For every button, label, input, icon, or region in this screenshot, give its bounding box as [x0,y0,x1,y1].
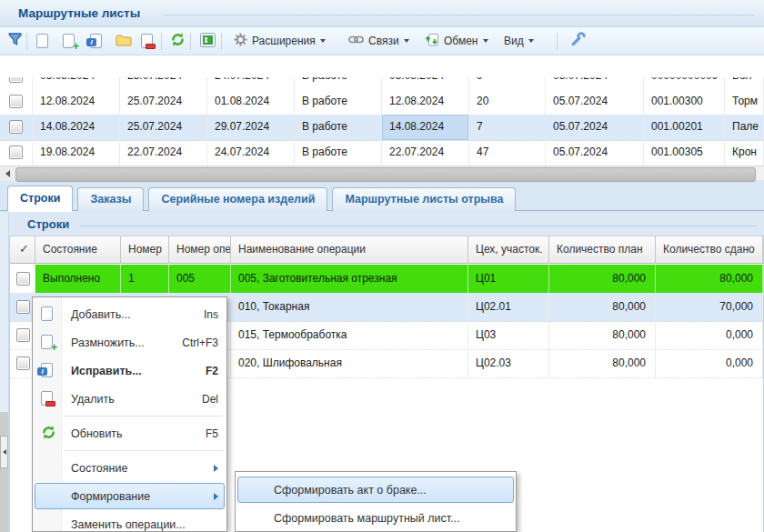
cell: 80,000 [656,265,763,293]
table-row[interactable]: 19.08.2024 22.07.2024 24.07.2024 В работ… [0,140,764,166]
open-button[interactable] [111,30,136,52]
links-menu-button[interactable]: Связи [344,30,414,52]
select-all-column-header[interactable]: ✓ [10,236,35,264]
shortcut-label: Del [202,393,218,406]
cell: 7 [469,115,546,140]
routes-horizontal-scrollbar[interactable] [0,166,764,180]
menu-item-edit[interactable]: I Исправить... F2 [33,356,226,385]
column-header[interactable]: Номер [121,236,169,264]
shortcut-label: Ctrl+F3 [182,336,218,349]
shortcut-label: F2 [206,365,218,377]
submenu-item-defect-act[interactable]: Сформировать акт о браке... [236,476,516,504]
filter-button[interactable] [3,30,28,52]
tab-route-sheets-tear[interactable]: Маршрутные листы отрыва [332,187,516,211]
row-checkbox[interactable] [16,300,30,314]
tab-serial-numbers[interactable]: Серийные номера изделий [148,187,327,211]
cell: 80,000 [549,293,656,321]
edit-document-icon: I [41,363,53,377]
caret-down-icon [320,39,326,43]
toolbar-separator [557,33,558,50]
table-row[interactable]: 12.08.2024 25.07.2024 01.08.2024 В работ… [0,89,764,115]
left-splitter[interactable] [0,212,9,532]
row-checkbox[interactable] [16,328,30,342]
cell: 29.07.2024 [207,115,295,140]
column-header[interactable]: Количество план [549,236,656,264]
splitter-collapse-handle[interactable] [0,436,8,468]
column-header[interactable]: Состояние [35,236,121,264]
caret-down-icon [528,39,534,43]
toolbar-separator [26,33,27,50]
cell: 05.07.2024 [546,115,644,140]
delete-button[interactable] [136,30,157,52]
menu-item-refresh[interactable]: Обновить F5 [33,419,226,447]
row-checkbox[interactable] [16,356,30,370]
refresh-icon [170,32,186,50]
detail-tabstrip: Строки Заказы Серийные номера изделий Ма… [0,181,764,211]
context-submenu: Сформировать акт о браке... Сформировать… [235,471,517,532]
menu-item-add[interactable]: Добавить... Ins [33,300,226,328]
menu-item-duplicate[interactable]: + Размножить... Ctrl+F3 [33,328,226,356]
menu-item-state[interactable]: Состояние [33,454,226,482]
check-icon: ✓ [19,242,29,256]
cell: 22.07.2024 [120,140,207,166]
row-checkbox[interactable] [9,120,23,134]
extensions-menu-button[interactable]: Расширения [229,30,330,52]
column-header[interactable]: Цех, участок. [468,236,549,264]
table-row-selected[interactable]: 14.08.2024 25.07.2024 29.07.2024 В работ… [0,115,764,141]
wrench-icon [569,31,587,51]
column-header[interactable]: Количество сдано [656,236,763,264]
cell: 05.07.2024 [546,77,644,89]
clipped-row-viewport: 05.08.2024 23.07.2024 24.07.2024 В работ… [0,77,764,89]
cell: 25.07.2024 [120,115,207,140]
view-menu-button[interactable]: Вид [499,30,538,52]
edit-button[interactable]: I [85,30,106,52]
refresh-button[interactable] [166,30,190,52]
caret-down-icon [404,39,409,43]
column-header[interactable]: Номер опера [169,236,231,264]
folder-icon [116,33,132,49]
cell: В работе [295,115,382,140]
tab-stroki[interactable]: Строки [7,186,73,211]
arrow-left-icon [3,449,6,455]
view-menu-label: Вид [504,35,524,47]
cell: 001.00300 [644,89,725,115]
tab-zakazy[interactable]: Заказы [77,187,144,211]
export-excel-button[interactable] [196,30,220,52]
cell: В работе [295,89,382,115]
row-checkbox[interactable] [9,95,23,108]
checkbox-cell [0,77,33,89]
table-row-done[interactable]: Выполнено 1 005 005, Заготовительная отр… [10,265,763,294]
cell: 80,000 [549,321,656,349]
cell: 005, Заготовительная отрезная [231,265,468,293]
scrollbar-thumb[interactable] [15,167,756,182]
submenu-arrow-icon [214,465,218,472]
cell: 47 [469,140,546,166]
table-row[interactable]: 05.08.2024 23.07.2024 24.07.2024 В работ… [0,77,764,89]
row-checkbox[interactable] [9,146,23,159]
toolbar-separator [221,33,222,50]
checkbox-cell [0,115,33,140]
cell: Торм [725,89,764,115]
cell: 05.07.2024 [546,89,644,115]
shortcut-label: Ins [204,308,218,321]
add-button[interactable] [32,30,53,52]
cell: 24.07.2024 [207,77,295,89]
row-checkbox[interactable] [9,77,23,83]
column-header[interactable]: Наименование операции [231,236,468,264]
settings-button[interactable] [565,30,591,52]
menu-item-replace-operations[interactable]: Заменить операции... [33,510,226,532]
submenu-item-route-sheet[interactable]: Сформировать маршрутный лист... [236,504,516,532]
menu-item-delete[interactable]: Удалить Del [33,385,226,413]
exchange-menu-label: Обмен [444,35,478,47]
lines-panel-title: Строки [27,217,69,231]
cell: 015, Термообработка [231,321,468,349]
cell: 24.07.2024 [207,140,295,166]
submenu-arrow-icon [214,493,218,500]
exchange-menu-button[interactable]: Обмен [420,30,493,52]
duplicate-button[interactable]: + [58,30,79,52]
toolbar-separator [190,33,191,50]
menu-item-generation[interactable]: Формирование [33,482,226,510]
scroll-left-button[interactable] [0,166,15,181]
row-checkbox[interactable] [16,272,30,286]
cell: Ц01 [468,265,549,293]
